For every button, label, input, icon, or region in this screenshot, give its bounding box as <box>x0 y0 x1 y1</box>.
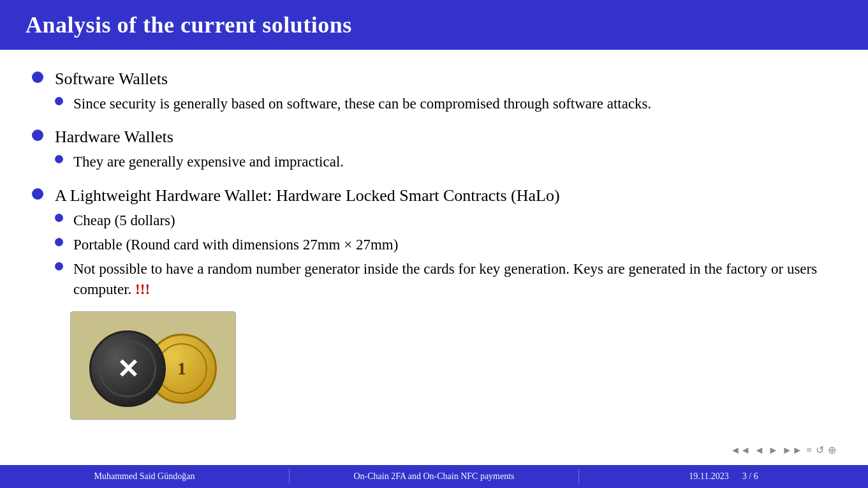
coins-illustration: ✕ 1 <box>83 318 223 413</box>
slide-header: Analysis of the current solutions <box>0 0 868 50</box>
list-item-halo: A Lightweight Hardware Wallet: Hardware … <box>32 184 830 304</box>
slide: Analysis of the current solutions Softwa… <box>0 0 868 488</box>
nav-next-icon[interactable]: ► <box>768 445 778 456</box>
footer-date-slide: 19.11.2023 3 / 6 <box>579 469 868 484</box>
software-wallets-sub-text: Since security is generally based on sof… <box>73 94 830 114</box>
sub-list-item-cheap: Cheap (5 dollars) <box>55 211 830 231</box>
sub-bullet <box>55 97 63 105</box>
coin-gold-text: 1 <box>177 359 186 379</box>
footer-author: Muhammed Said Gündoğan <box>0 469 290 484</box>
hardware-wallets-label: Hardware Wallets <box>55 128 173 146</box>
hardware-wallets-sub-text: They are generally expensive and impract… <box>73 152 830 172</box>
slide-footer: Muhammed Said Gündoğan On-Chain 2FA and … <box>0 465 868 488</box>
sub-list-item-portable: Portable (Round card with dimensions 27m… <box>55 235 830 255</box>
navigation-icons: ◄◄ ◄ ► ►► ≡ ↺ ⊕ <box>730 444 836 456</box>
bullet-hardware-wallets <box>32 129 43 141</box>
halo-image: ✕ 1 <box>70 311 236 420</box>
coin-x-symbol: ✕ <box>117 353 139 385</box>
sub-list-item: Since security is generally based on sof… <box>55 94 830 114</box>
halo-label: A Lightweight Hardware Wallet: Hardware … <box>55 186 560 205</box>
bullet-halo <box>32 188 43 200</box>
sub-bullet <box>55 238 63 246</box>
halo-keygen-content: Not possible to have a random number gen… <box>73 259 830 300</box>
sub-bullet <box>55 155 63 163</box>
main-list: Software Wallets Since security is gener… <box>32 68 830 304</box>
nav-menu-icon[interactable]: ≡ <box>806 445 812 456</box>
bullet-software-wallets <box>32 71 43 83</box>
halo-sub-list: Cheap (5 dollars) Portable (Round card w… <box>55 211 830 300</box>
list-item-hardware-wallets: Hardware Wallets They are generally expe… <box>32 126 830 176</box>
nav-last-icon[interactable]: ►► <box>782 445 802 456</box>
sub-list-item: They are generally expensive and impract… <box>55 152 830 172</box>
halo-keygen-text: Not possible to have a random number gen… <box>73 261 817 297</box>
nav-first-icon[interactable]: ◄◄ <box>730 445 751 456</box>
slide-content: Software Wallets Since security is gener… <box>0 50 868 465</box>
halo-content: A Lightweight Hardware Wallet: Hardware … <box>55 184 830 304</box>
coin-black-inner: ✕ <box>99 340 156 397</box>
footer-date: 19.11.2023 <box>689 471 728 481</box>
sub-list-item-keygen: Not possible to have a random number gen… <box>55 259 830 300</box>
nav-zoom-icon[interactable]: ⊕ <box>828 444 836 456</box>
halo-keygen-highlight: !!! <box>135 281 150 297</box>
halo-card-icon: ✕ <box>89 330 166 407</box>
software-wallets-sub-list: Since security is generally based on sof… <box>55 94 830 114</box>
footer-presentation: On-Chain 2FA and On-Chain NFC payments <box>290 469 579 484</box>
halo-portable-text: Portable (Round card with dimensions 27m… <box>73 235 830 255</box>
hardware-wallets-sub-list: They are generally expensive and impract… <box>55 152 830 172</box>
nav-prev-icon[interactable]: ◄ <box>754 445 765 456</box>
sub-bullet <box>55 262 63 270</box>
slide-title: Analysis of the current solutions <box>26 11 842 38</box>
software-wallets-content: Software Wallets Since security is gener… <box>55 68 830 118</box>
sub-bullet <box>55 214 63 222</box>
halo-cheap-text: Cheap (5 dollars) <box>73 211 830 231</box>
footer-slide-number: 3 / 6 <box>742 471 758 481</box>
list-item-software-wallets: Software Wallets Since security is gener… <box>32 68 830 118</box>
hardware-wallets-content: Hardware Wallets They are generally expe… <box>55 126 830 176</box>
nav-refresh-icon[interactable]: ↺ <box>816 444 824 456</box>
software-wallets-label: Software Wallets <box>55 70 168 88</box>
